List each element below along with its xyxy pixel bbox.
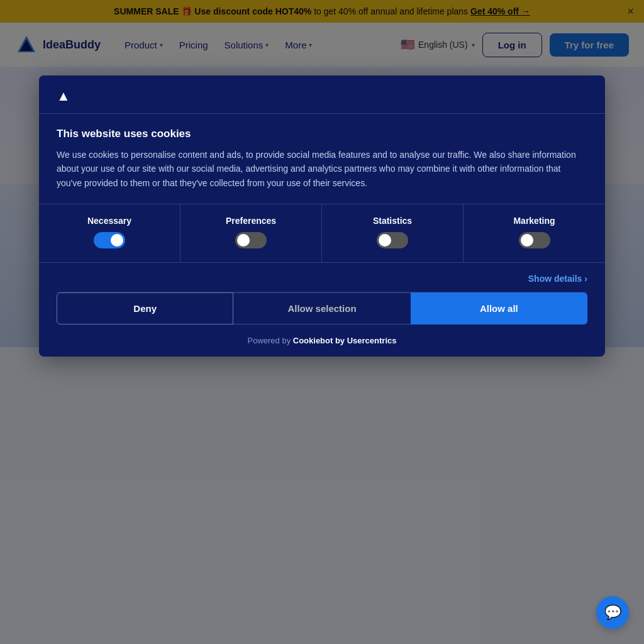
necessary-label: Necessary <box>45 216 174 226</box>
allow-all-button[interactable]: Allow all <box>411 292 587 325</box>
marketing-label: Marketing <box>470 216 599 226</box>
cookie-toggle-preferences: Preferences <box>180 204 322 262</box>
chat-icon: 💬 <box>604 604 621 621</box>
preferences-toggle[interactable] <box>235 232 267 248</box>
deny-button[interactable]: Deny <box>57 292 233 325</box>
chat-button[interactable]: 💬 <box>596 596 629 629</box>
cookie-modal-logo-icon: ▲ <box>57 88 70 104</box>
cookie-modal-overlay: ▲ This website uses cookies We use cooki… <box>0 0 644 644</box>
cookie-toggle-marketing: Marketing <box>464 204 605 262</box>
preferences-label: Preferences <box>187 216 315 226</box>
chevron-right-icon: › <box>584 274 587 284</box>
necessary-toggle[interactable] <box>94 232 125 248</box>
allow-selection-button[interactable]: Allow selection <box>233 292 410 325</box>
statistics-label: Statistics <box>328 216 457 226</box>
powered-by: Powered by Cookiebot by Usercentrics <box>39 336 605 357</box>
cookie-toggle-statistics: Statistics <box>322 204 464 262</box>
marketing-toggle[interactable] <box>519 232 550 248</box>
modal-body: This website uses cookies We use cookies… <box>39 114 605 204</box>
cookie-toggles-grid: Necessary Preferences Statistics Marketi… <box>39 204 605 263</box>
modal-header: ▲ <box>39 75 605 114</box>
cookie-toggle-necessary: Necessary <box>39 204 180 262</box>
cookie-modal: ▲ This website uses cookies We use cooki… <box>39 75 605 357</box>
cookie-action-buttons: Deny Allow selection Allow all <box>57 292 587 325</box>
show-details-button[interactable]: Show details › <box>528 274 587 284</box>
cookiebot-link[interactable]: Cookiebot by Usercentrics <box>293 336 397 345</box>
show-details-row: Show details › <box>39 265 605 292</box>
statistics-toggle[interactable] <box>377 232 408 248</box>
cookie-modal-description: We use cookies to personalise content an… <box>57 148 587 190</box>
cookie-modal-title: This website uses cookies <box>57 128 587 140</box>
